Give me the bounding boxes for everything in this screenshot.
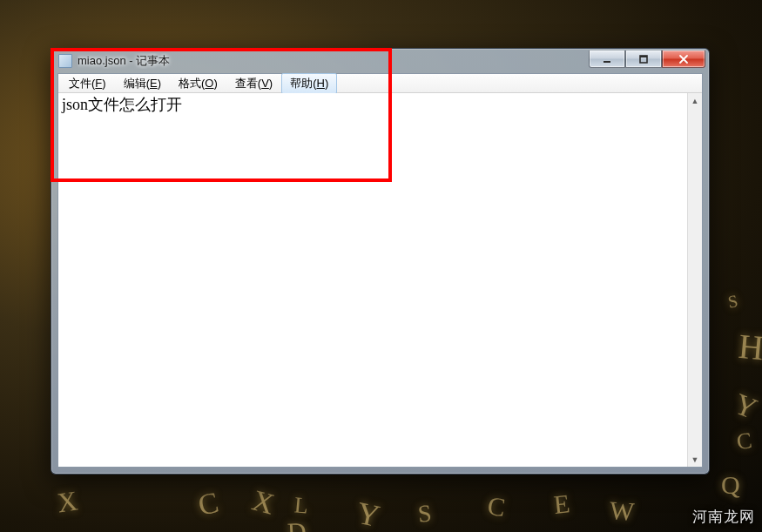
menu-help[interactable]: 帮助(H) (281, 73, 337, 94)
bg-letter: S (726, 291, 739, 313)
close-button[interactable] (662, 51, 705, 68)
bg-letter: C (195, 486, 221, 522)
bg-letter: X (56, 485, 80, 520)
notepad-window: miao.json - 记事本 文件(F) 编辑(E) 格式(O) 查看(V) … (51, 48, 710, 475)
minimize-icon (602, 54, 612, 64)
bg-letter: S (417, 499, 433, 528)
maximize-button[interactable] (625, 51, 662, 68)
bg-letter: C (486, 491, 508, 522)
menu-view[interactable]: 查看(V) (226, 73, 281, 94)
window-controls (589, 51, 705, 68)
bg-letter: Y (354, 495, 383, 532)
bg-letter: Q (721, 470, 740, 500)
titlebar[interactable]: miao.json - 记事本 (51, 49, 709, 73)
menu-format[interactable]: 格式(O) (170, 73, 226, 94)
window-title: miao.json - 记事本 (78, 53, 589, 69)
bg-letter: C (735, 428, 753, 455)
bg-letter: E (552, 488, 571, 520)
svg-rect-0 (604, 61, 610, 63)
scroll-up-arrow[interactable]: ▲ (689, 93, 702, 108)
svg-rect-2 (640, 56, 647, 57)
bg-letter: L (293, 492, 309, 519)
bg-letter: W (609, 495, 636, 527)
minimize-button[interactable] (589, 51, 625, 68)
maximize-icon (638, 54, 649, 64)
text-editor[interactable]: json文件怎么打开 (58, 93, 687, 467)
editor-area: json文件怎么打开 ▲ ▼ (58, 93, 702, 467)
menu-file[interactable]: 文件(F) (60, 73, 115, 94)
app-icon (58, 54, 72, 68)
client-area: 文件(F) 编辑(E) 格式(O) 查看(V) 帮助(H) json文件怎么打开… (57, 73, 703, 468)
menubar: 文件(F) 编辑(E) 格式(O) 查看(V) 帮助(H) (58, 74, 702, 93)
vertical-scrollbar[interactable]: ▲ ▼ (687, 93, 702, 467)
bg-letter: X (249, 483, 279, 521)
bg-letter: H (737, 326, 762, 368)
close-icon (678, 54, 689, 64)
bg-letter: D (287, 516, 307, 532)
scroll-down-arrow[interactable]: ▼ (689, 452, 702, 467)
bg-letter: Y (730, 387, 762, 426)
watermark-text: 河南龙网 (692, 507, 755, 527)
menu-edit[interactable]: 编辑(E) (115, 73, 170, 94)
